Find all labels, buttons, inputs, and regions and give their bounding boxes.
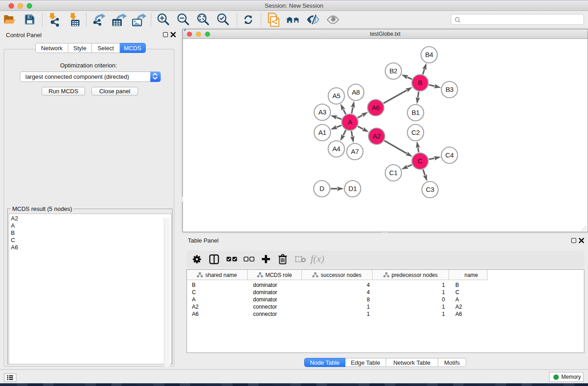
svg-text:C4: C4 — [445, 151, 454, 159]
svg-text:B4: B4 — [425, 51, 433, 58]
svg-text:D: D — [320, 185, 325, 192]
svg-text:C1: C1 — [389, 169, 398, 176]
svg-text:A8: A8 — [352, 88, 360, 96]
svg-text:B3: B3 — [445, 86, 454, 93]
svg-text:A2: A2 — [373, 132, 381, 140]
svg-text:D1: D1 — [349, 185, 357, 192]
svg-text:B2: B2 — [389, 67, 397, 75]
svg-text:A1: A1 — [318, 129, 326, 136]
svg-text:A: A — [348, 118, 352, 126]
svg-text:C: C — [418, 157, 423, 165]
svg-text:A7: A7 — [351, 148, 359, 155]
svg-text:A6: A6 — [372, 104, 380, 111]
svg-text:A5: A5 — [332, 92, 340, 100]
svg-text:B1: B1 — [411, 109, 420, 116]
svg-text:C2: C2 — [411, 129, 420, 136]
svg-text:C3: C3 — [426, 186, 435, 193]
svg-text:B: B — [418, 79, 422, 86]
svg-text:A3: A3 — [318, 108, 326, 116]
svg-text:A4: A4 — [332, 145, 340, 152]
